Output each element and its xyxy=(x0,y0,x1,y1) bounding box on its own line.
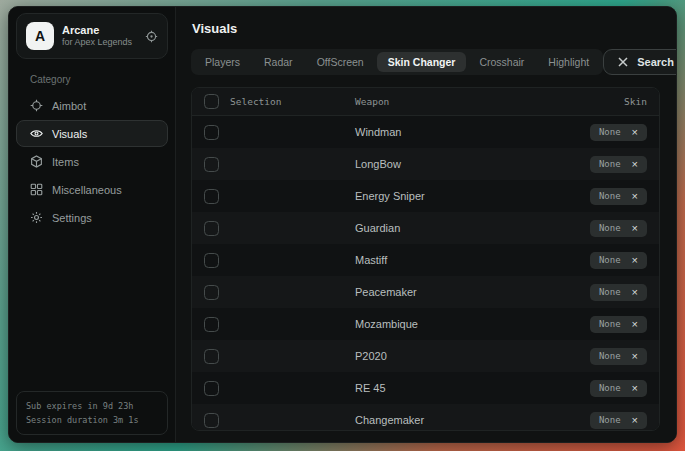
table-row: P2020 None× xyxy=(192,340,659,372)
table-row: Changemaker None× xyxy=(192,404,659,431)
skin-value: None xyxy=(599,255,621,265)
clear-skin-icon[interactable]: × xyxy=(632,223,638,234)
tab-offscreen[interactable]: OffScreen xyxy=(306,52,375,72)
clear-skin-icon[interactable]: × xyxy=(632,191,638,202)
header-weapon: Weapon xyxy=(355,96,517,107)
skin-value: None xyxy=(599,287,621,297)
clear-skin-icon[interactable]: × xyxy=(632,351,638,362)
page-title: Visuals xyxy=(192,21,660,36)
skin-value: None xyxy=(599,191,621,201)
row-checkbox[interactable] xyxy=(204,413,219,428)
sidebar-item-label: Miscellaneous xyxy=(52,184,122,196)
weapon-name: Changemaker xyxy=(355,414,517,426)
row-checkbox[interactable] xyxy=(204,189,219,204)
subscription-info: Sub expires in 9d 23h Session duration 3… xyxy=(16,391,168,435)
sidebar-item-items[interactable]: Items xyxy=(16,148,168,175)
skin-select-badge[interactable]: None× xyxy=(590,284,647,301)
crosshair-icon xyxy=(30,99,43,112)
row-checkbox[interactable] xyxy=(204,221,219,236)
tab-bar: Players Radar OffScreen Skin Changer Cro… xyxy=(191,49,603,75)
sidebar-nav: Aimbot Visuals Items xyxy=(9,92,175,231)
sidebar-item-settings[interactable]: Settings xyxy=(16,204,168,231)
tab-highlight[interactable]: Highlight xyxy=(537,52,600,72)
search-button[interactable]: Search xyxy=(603,49,677,75)
category-label: Category xyxy=(30,74,175,85)
tab-skin-changer[interactable]: Skin Changer xyxy=(377,52,467,72)
skin-select-badge[interactable]: None× xyxy=(590,252,647,269)
search-icon xyxy=(618,57,628,67)
target-settings-icon[interactable] xyxy=(145,30,158,43)
skin-value: None xyxy=(599,415,621,425)
clear-skin-icon[interactable]: × xyxy=(632,287,638,298)
skin-select-badge[interactable]: None× xyxy=(590,380,647,397)
table-row: Peacemaker None× xyxy=(192,276,659,308)
table-row: Windman None× xyxy=(192,116,659,148)
sidebar-item-aimbot[interactable]: Aimbot xyxy=(16,92,168,119)
skin-value: None xyxy=(599,159,621,169)
skin-value: None xyxy=(599,383,621,393)
sidebar-item-label: Visuals xyxy=(52,128,87,140)
sidebar-item-miscellaneous[interactable]: Miscellaneous xyxy=(16,176,168,203)
skin-select-badge[interactable]: None× xyxy=(590,412,647,429)
row-checkbox[interactable] xyxy=(204,381,219,396)
table-row: Mastiff None× xyxy=(192,244,659,276)
weapon-name: RE 45 xyxy=(355,382,517,394)
weapon-name: Guardian xyxy=(355,222,517,234)
brand-card: A Arcane for Apex Legends xyxy=(16,13,168,59)
table-row: RE 45 None× xyxy=(192,372,659,404)
app-title: Arcane xyxy=(62,24,132,38)
skin-value: None xyxy=(599,319,621,329)
skin-select-badge[interactable]: None× xyxy=(590,348,647,365)
row-checkbox[interactable] xyxy=(204,157,219,172)
clear-skin-icon[interactable]: × xyxy=(632,159,638,170)
weapon-name: Mozambique xyxy=(355,318,517,330)
search-button-label: Search xyxy=(637,56,674,68)
sidebar-item-label: Settings xyxy=(52,212,92,224)
table-row: LongBow None× xyxy=(192,148,659,180)
clear-skin-icon[interactable]: × xyxy=(632,127,638,138)
app-subtitle: for Apex Legends xyxy=(62,37,132,48)
sub-expiry: Sub expires in 9d 23h xyxy=(26,399,158,413)
gear-icon xyxy=(30,211,43,224)
skin-select-badge[interactable]: None× xyxy=(590,188,647,205)
weapon-name: Windman xyxy=(355,126,517,138)
grid-icon xyxy=(30,183,43,196)
tab-crosshair[interactable]: Crosshair xyxy=(468,52,535,72)
header-skin: Skin xyxy=(517,96,647,107)
app-logo: A xyxy=(26,22,54,50)
skin-value: None xyxy=(599,351,621,361)
weapon-name: Peacemaker xyxy=(355,286,517,298)
skin-select-badge[interactable]: None× xyxy=(590,220,647,237)
skin-table: Selection Weapon Skin Windman None× Long… xyxy=(191,87,660,431)
clear-skin-icon[interactable]: × xyxy=(632,415,638,426)
skin-select-badge[interactable]: None× xyxy=(590,156,647,173)
weapon-name: Energy Sniper xyxy=(355,190,517,202)
main-panel: Visuals Players Radar OffScreen Skin Cha… xyxy=(176,7,676,442)
skin-value: None xyxy=(599,127,621,137)
row-checkbox[interactable] xyxy=(204,285,219,300)
tab-players[interactable]: Players xyxy=(194,52,251,72)
session-duration: Session duration 3m 1s xyxy=(26,413,158,427)
sidebar-item-label: Items xyxy=(52,156,79,168)
table-row: Mozambique None× xyxy=(192,308,659,340)
toolbar: Players Radar OffScreen Skin Changer Cro… xyxy=(191,49,660,75)
row-checkbox[interactable] xyxy=(204,317,219,332)
row-checkbox[interactable] xyxy=(204,349,219,364)
clear-skin-icon[interactable]: × xyxy=(632,383,638,394)
skin-select-badge[interactable]: None× xyxy=(590,124,647,141)
box-icon xyxy=(30,155,43,168)
sidebar-item-label: Aimbot xyxy=(52,100,86,112)
tab-radar[interactable]: Radar xyxy=(253,52,304,72)
row-checkbox[interactable] xyxy=(204,253,219,268)
skin-select-badge[interactable]: None× xyxy=(590,316,647,333)
weapon-name: LongBow xyxy=(355,158,517,170)
clear-skin-icon[interactable]: × xyxy=(632,255,638,266)
row-checkbox[interactable] xyxy=(204,125,219,140)
table-header: Selection Weapon Skin xyxy=(192,88,659,116)
table-row: Guardian None× xyxy=(192,212,659,244)
clear-skin-icon[interactable]: × xyxy=(632,319,638,330)
sidebar-item-visuals[interactable]: Visuals xyxy=(16,120,168,147)
table-row: Energy Sniper None× xyxy=(192,180,659,212)
header-selection: Selection xyxy=(230,96,355,107)
select-all-checkbox[interactable] xyxy=(204,94,219,109)
